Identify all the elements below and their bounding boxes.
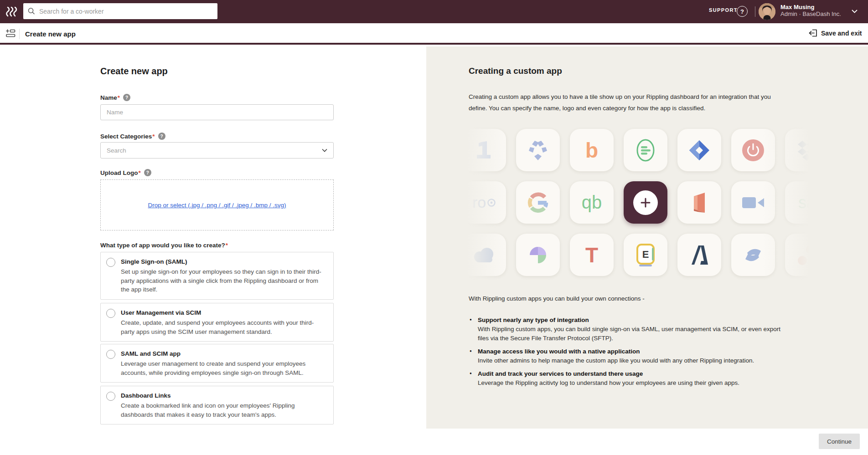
app-type-option-scim[interactable]: User Management via SCIM Create, update,… — [100, 303, 334, 342]
continue-button[interactable]: Continue — [819, 434, 860, 449]
search-input[interactable] — [39, 8, 213, 15]
app-tile-letter-e-badge: E — [624, 234, 667, 276]
bullet-title: Manage access like you would with a nati… — [478, 347, 798, 356]
required-asterisk: * — [226, 242, 228, 249]
radio-button[interactable] — [106, 309, 115, 318]
plus-icon — [633, 190, 658, 215]
coworker-search — [23, 3, 217, 19]
page-title: Create new app — [25, 30, 76, 38]
bullet-title: Audit and track your services to underst… — [478, 369, 798, 378]
user-role: Admin · BaseDash Inc. — [780, 10, 841, 17]
connections-intro: With Rippling custom apps you can build … — [469, 295, 645, 302]
benefits-list: Support nearly any type of integration W… — [470, 316, 798, 392]
categories-placeholder: Search — [107, 147, 126, 154]
bullet-title: Support nearly any type of integration — [478, 316, 798, 325]
option-title: SAML and SCIM app — [121, 349, 327, 358]
option-description: Set up single sign-on for your employees… — [121, 267, 327, 294]
save-and-exit-label: Save and exit — [821, 30, 862, 37]
letter-e: E — [642, 249, 649, 260]
user-name: Max Musing — [780, 4, 841, 10]
footer-bar — [0, 429, 868, 455]
user-menu[interactable]: Max Musing Admin · BaseDash Inc. — [780, 4, 841, 17]
form-heading: Create new app — [100, 66, 168, 77]
tile-fade-right-solid — [830, 124, 868, 281]
tile-fade-right — [762, 124, 835, 281]
top-header: SUPPORT ? Max Musing Admin · BaseDash In… — [0, 0, 868, 23]
radio-button[interactable] — [106, 350, 115, 359]
search-icon — [28, 7, 35, 15]
toolbar-divider — [19, 29, 20, 39]
required-asterisk: * — [118, 94, 120, 101]
name-help-icon[interactable]: ? — [123, 94, 130, 101]
name-input[interactable] — [100, 104, 334, 120]
required-asterisk: * — [138, 169, 140, 176]
name-label: Name* ? — [100, 94, 130, 101]
option-title: User Management via SCIM — [121, 308, 327, 317]
app-tile-custom-plus — [624, 181, 667, 224]
help-icon[interactable]: ? — [737, 6, 748, 17]
logo-upload-link[interactable]: Drop or select (.jpg / .png / .gif / .jp… — [148, 202, 286, 209]
app-tile-petals — [516, 234, 560, 276]
chevron-down-icon[interactable] — [852, 10, 858, 13]
categories-help-icon[interactable]: ? — [158, 133, 165, 140]
support-link[interactable]: SUPPORT — [709, 7, 738, 13]
list-item: Support nearly any type of integration W… — [470, 316, 798, 343]
app-tile-google-g — [516, 181, 560, 224]
bullet-body: Leverage the Rippling acitivty log to un… — [478, 378, 792, 388]
app-tile-letter-t: T — [570, 234, 614, 276]
upload-logo-label: Upload Logo* ? — [100, 169, 151, 176]
radio-button[interactable] — [106, 392, 115, 401]
app-type-option-saml-scim[interactable]: SAML and SCIM app Leverage user manageme… — [100, 344, 334, 383]
panel-heading: Creating a custom app — [469, 66, 562, 76]
app-type-question: What type of app would you like to creat… — [100, 242, 228, 249]
categories-select[interactable]: Search — [100, 142, 334, 158]
header-divider — [755, 6, 755, 17]
save-and-exit-button[interactable]: Save and exit — [809, 29, 862, 37]
option-title: Single Sign-on (SAML) — [121, 257, 327, 266]
upload-help-icon[interactable]: ? — [144, 169, 151, 176]
app-tile-office — [677, 181, 721, 224]
avatar[interactable] — [759, 3, 775, 20]
app-tile-lines-oval — [624, 129, 667, 171]
page-toolbar — [0, 23, 868, 45]
tile-fade-left — [457, 124, 511, 281]
option-description: Create, update, and suspend your employe… — [121, 318, 327, 336]
categories-label: Select Categories* ? — [100, 133, 165, 140]
app-type-option-dashboard-links[interactable]: Dashboard Links Create a bookmarked link… — [100, 386, 334, 424]
exit-icon — [809, 29, 817, 37]
apps-nav-icon[interactable] — [6, 29, 16, 39]
rippling-logo-icon[interactable] — [6, 6, 18, 17]
option-description: Create a bookmarked link and icon on you… — [121, 401, 327, 419]
bullet-body: Invite other admins to help manage the c… — [478, 356, 792, 365]
app-type-option-saml[interactable]: Single Sign-on (SAML) Set up single sign… — [100, 252, 334, 300]
list-item: Audit and track your services to underst… — [470, 369, 798, 388]
required-asterisk: * — [152, 133, 155, 140]
app-tile-slanted-a — [677, 234, 721, 276]
app-tile-letter-b: b — [570, 129, 614, 171]
option-description: Leverage user management to create and s… — [121, 359, 327, 377]
radio-button[interactable] — [106, 258, 115, 267]
logo-dropzone[interactable]: Drop or select (.jpg / .png / .gif / .jp… — [100, 179, 334, 230]
panel-intro: Creating a custom app allows you to have… — [469, 91, 790, 114]
bullet-body: With Rippling custom apps, you can build… — [478, 325, 792, 343]
select-chevron-icon — [322, 148, 327, 152]
app-tile-diamond-ring — [516, 129, 560, 171]
list-item: Manage access like you would with a nati… — [470, 347, 798, 365]
app-tile-letter-qb: qb — [570, 181, 614, 224]
option-title: Dashboard Links — [121, 391, 327, 400]
app-tile-blue-diamond — [677, 129, 721, 171]
